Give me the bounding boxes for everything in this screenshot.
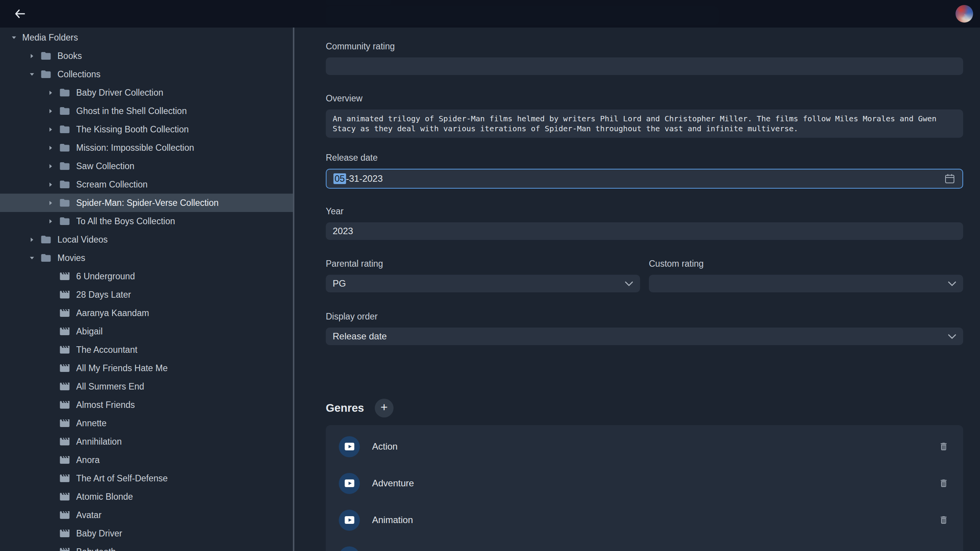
- tree-item-icon: [59, 509, 70, 521]
- caret-icon[interactable]: [47, 201, 54, 205]
- display-order-value: Release date: [333, 331, 387, 342]
- tree-item-icon: [59, 105, 70, 117]
- folder-icon: [59, 105, 70, 117]
- caret-icon[interactable]: [47, 164, 54, 169]
- tree-row[interactable]: Local Videos: [0, 230, 293, 249]
- tree-row[interactable]: Saw Collection: [0, 157, 293, 175]
- caret-icon[interactable]: [47, 219, 54, 224]
- tree-row[interactable]: The Accountant: [0, 341, 293, 359]
- caret-icon[interactable]: [47, 109, 54, 114]
- delete-genre-button[interactable]: [939, 514, 949, 526]
- tree-row[interactable]: Babyteeth: [0, 543, 293, 551]
- tree-row[interactable]: All My Friends Hate Me: [0, 359, 293, 377]
- tree-row[interactable]: Atomic Blonde: [0, 487, 293, 506]
- caret-expanded-icon[interactable]: [10, 35, 18, 40]
- user-avatar[interactable]: [956, 5, 973, 23]
- tree-label: 28 Days Later: [76, 290, 131, 300]
- topbar: [0, 0, 980, 28]
- tree-row[interactable]: Baby Driver: [0, 524, 293, 543]
- tree-label: All Summers End: [76, 381, 144, 392]
- genre-avatar: [339, 473, 360, 494]
- movie-icon: [59, 344, 70, 355]
- tree-label: To All the Boys Collection: [76, 216, 175, 227]
- tree-row[interactable]: All Summers End: [0, 377, 293, 396]
- tree-row[interactable]: Abigail: [0, 322, 293, 341]
- tree-row[interactable]: 6 Underground: [0, 267, 293, 285]
- display-order-select[interactable]: Release date: [326, 328, 963, 345]
- tree-row-media-folders[interactable]: Media Folders: [0, 28, 293, 47]
- folder-icon: [40, 252, 52, 264]
- metadata-editor-panel: Community rating Overview An animated tr…: [296, 0, 980, 551]
- tree-label: Almost Friends: [76, 400, 135, 410]
- caret-icon[interactable]: [28, 256, 36, 261]
- caret-icon[interactable]: [47, 182, 54, 187]
- tree-item-icon: [40, 252, 52, 264]
- folder-icon: [59, 87, 70, 98]
- caret-icon[interactable]: [28, 54, 36, 59]
- caret-icon[interactable]: [47, 145, 54, 150]
- parental-rating-field: Parental rating PG: [326, 259, 640, 292]
- tree-row[interactable]: Mission: Impossible Collection: [0, 139, 293, 157]
- movie-icon: [59, 546, 70, 551]
- caret-icon[interactable]: [28, 72, 36, 77]
- community-rating-field: Community rating: [326, 41, 963, 75]
- caret-icon[interactable]: [28, 237, 36, 242]
- tree-row[interactable]: To All the Boys Collection: [0, 212, 293, 230]
- tree-label: Books: [57, 51, 82, 61]
- tree-row[interactable]: The Kissing Booth Collection: [0, 120, 293, 139]
- folder-icon: [59, 160, 70, 172]
- back-button[interactable]: [11, 5, 28, 22]
- parental-rating-select[interactable]: PG: [326, 275, 640, 292]
- tree-row[interactable]: Collections: [0, 65, 293, 83]
- tree-label: Anora: [76, 455, 100, 465]
- add-genre-button[interactable]: +: [375, 399, 394, 417]
- tree-label: Saw Collection: [76, 161, 134, 171]
- display-order-label: Display order: [326, 311, 963, 322]
- arrow-left-icon: [13, 7, 26, 20]
- tree-row[interactable]: Avatar: [0, 506, 293, 524]
- tree-row[interactable]: Annette: [0, 414, 293, 432]
- tree-row[interactable]: Scream Collection: [0, 175, 293, 194]
- tree-label: Spider-Man: Spider-Verse Collection: [76, 198, 219, 208]
- genre-avatar: [339, 510, 360, 531]
- custom-rating-field: Custom rating: [649, 259, 963, 292]
- tree-row[interactable]: Anora: [0, 451, 293, 469]
- tree-item-icon: [59, 124, 70, 135]
- year-value: 2023: [333, 226, 353, 236]
- caret-icon[interactable]: [47, 127, 54, 132]
- movie-icon: [59, 307, 70, 319]
- caret-icon[interactable]: [47, 90, 54, 95]
- year-input[interactable]: 2023: [326, 222, 963, 240]
- tree-label: Aaranya Kaandam: [76, 308, 149, 318]
- tree-row[interactable]: Almost Friends: [0, 396, 293, 414]
- tree-item-icon: [59, 454, 70, 466]
- genre-row: Science Fiction: [326, 538, 963, 551]
- movie-icon: [59, 491, 70, 502]
- tree-row[interactable]: 28 Days Later: [0, 285, 293, 304]
- movie-icon: [59, 271, 70, 282]
- tree-row[interactable]: Movies: [0, 249, 293, 267]
- tree-label: The Art of Self-Defense: [76, 473, 168, 484]
- genre-avatar: [339, 546, 360, 551]
- overview-textarea[interactable]: An animated trilogy of Spider-Man films …: [326, 109, 963, 138]
- tree-row[interactable]: Annihilation: [0, 432, 293, 451]
- tree-row[interactable]: Ghost in the Shell Collection: [0, 102, 293, 120]
- media-folder-tree: Media Folders Books: [0, 28, 293, 551]
- genre-label: Adventure: [372, 478, 939, 489]
- delete-genre-button[interactable]: [939, 478, 949, 489]
- tree-row[interactable]: The Art of Self-Defense: [0, 469, 293, 487]
- tree-row[interactable]: Aaranya Kaandam: [0, 304, 293, 322]
- release-date-input[interactable]: 05 -31-2023: [326, 169, 963, 189]
- tree-label: Annette: [76, 418, 106, 429]
- tree-label: Atomic Blonde: [76, 492, 133, 502]
- community-rating-input[interactable]: [326, 57, 963, 75]
- tree-item-icon: [59, 142, 70, 153]
- tree-item-icon: [59, 473, 70, 484]
- tree-row[interactable]: Books: [0, 47, 293, 65]
- tree-row[interactable]: Spider-Man: Spider-Verse Collection: [0, 194, 293, 212]
- tree-row[interactable]: Baby Driver Collection: [0, 83, 293, 102]
- tree-item-icon: [59, 271, 70, 282]
- delete-genre-button[interactable]: [939, 441, 949, 452]
- custom-rating-select[interactable]: [649, 275, 963, 292]
- calendar-icon[interactable]: [944, 173, 956, 184]
